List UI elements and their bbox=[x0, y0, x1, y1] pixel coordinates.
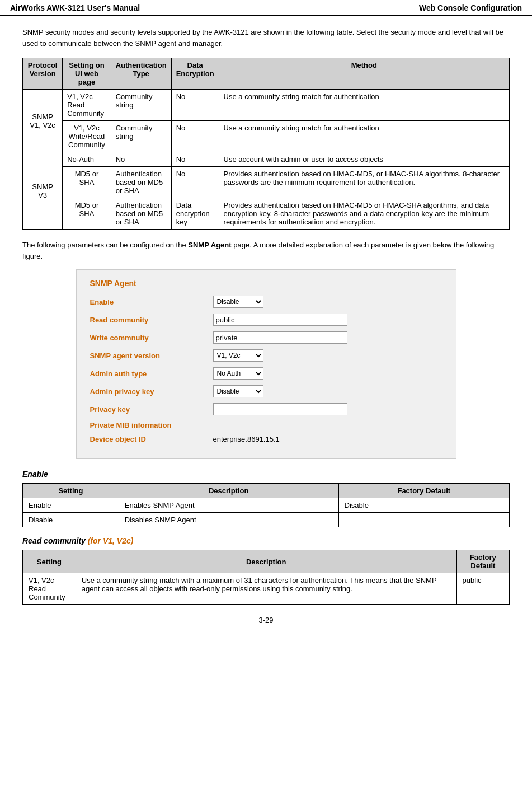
snmp-agent-row: SNMP agent versionV1, V2cV3V1, V2c, V3 bbox=[90, 349, 442, 362]
rc-col-setting: Setting bbox=[23, 550, 76, 573]
rc-description: Use a community string match with a maxi… bbox=[76, 573, 456, 605]
snmp-row-label: Write commnuity bbox=[90, 334, 213, 342]
snmp-agent-panel: SNMP Agent EnableDisableEnableRead commu… bbox=[76, 269, 456, 458]
snmp-row-control[interactable]: DisableEnable bbox=[213, 385, 263, 397]
enable-col-default: Factory Default bbox=[338, 484, 509, 498]
snmp-row-label: Privacy key bbox=[90, 405, 213, 414]
snmp-row-label: Enable bbox=[90, 298, 213, 306]
main-content: SNMP security modes and security levels … bbox=[0, 21, 532, 635]
table-row: MD5 or SHA Authenticationbased on MD5or … bbox=[23, 167, 510, 198]
snmp-row-label: Admin auth type bbox=[90, 369, 213, 378]
enable-description: Enables SNMP Agent bbox=[119, 498, 338, 513]
snmp-row-label: Private MIB information bbox=[90, 421, 213, 429]
snmp-select-snmp-agent-version[interactable]: V1, V2cV3V1, V2c, V3 bbox=[213, 349, 263, 362]
snmp-row-control[interactable] bbox=[213, 403, 347, 415]
enable-default: Disable bbox=[338, 498, 509, 513]
page-number: 3-29 bbox=[22, 616, 510, 624]
device-object-value: enterprise.8691.15.1 bbox=[213, 435, 280, 443]
page-header: AirWorks AWK-3121 User's Manual Web Cons… bbox=[0, 0, 532, 16]
snmp-row-control[interactable] bbox=[213, 314, 347, 326]
col-auth: AuthenticationType bbox=[111, 58, 171, 90]
enable-table: Setting Description Factory Default Enab… bbox=[22, 483, 510, 527]
enable-description: Disables SNMP Agent bbox=[119, 513, 338, 527]
snmp-input-read-community[interactable] bbox=[213, 314, 347, 326]
snmp-agent-row: Read community bbox=[90, 314, 442, 326]
following-text1: The following parameters can be configur… bbox=[22, 241, 188, 249]
enable-default bbox=[338, 513, 509, 527]
snmp-agent-row: Admin auth typeNo AuthMD5SHA bbox=[90, 367, 442, 380]
snmp-agent-row: Admin privacy keyDisableEnable bbox=[90, 385, 442, 397]
table-row: Disable Disables SNMP Agent bbox=[23, 513, 510, 527]
rc-col-desc: Description bbox=[76, 550, 456, 573]
table-row: SNMPV1, V2c V1, V2cReadCommunity Communi… bbox=[23, 90, 510, 121]
following-paragraph: The following parameters can be configur… bbox=[22, 240, 510, 261]
snmp-input-write-commnuity[interactable] bbox=[213, 331, 347, 344]
read-community-label: Read community bbox=[22, 536, 86, 545]
header-right: Web Console Configuration bbox=[419, 3, 522, 12]
snmp-row-control[interactable]: DisableEnable bbox=[213, 296, 263, 308]
snmp-select-admin-auth-type[interactable]: No AuthMD5SHA bbox=[213, 367, 263, 380]
enable-col-desc: Description bbox=[119, 484, 338, 498]
snmp-agent-row: Device object IDenterprise.8691.15.1 bbox=[90, 435, 442, 443]
table-row: SNMP V3 No-Auth No No Use account with a… bbox=[23, 152, 510, 167]
snmp-row-control[interactable]: V1, V2cV3V1, V2c, V3 bbox=[213, 349, 263, 362]
col-protocol: ProtocolVersion bbox=[23, 58, 63, 90]
snmp-row-label: Read community bbox=[90, 316, 213, 324]
col-encryption: DataEncryption bbox=[171, 58, 219, 90]
snmp-agent-row: Write commnuity bbox=[90, 331, 442, 344]
rc-setting: V1, V2c ReadCommunity bbox=[23, 573, 76, 605]
snmp-select-enable[interactable]: DisableEnable bbox=[213, 296, 263, 308]
rc-default: public bbox=[456, 573, 509, 605]
snmp-agent-bold: SNMP Agent bbox=[188, 241, 231, 249]
table-row: V1, V2c ReadCommunity Use a community st… bbox=[23, 573, 510, 605]
snmp-agent-row: Private MIB information bbox=[90, 421, 442, 429]
enable-col-setting: Setting bbox=[23, 484, 119, 498]
col-setting: Setting onUI web page bbox=[63, 58, 111, 90]
snmp-security-table: ProtocolVersion Setting onUI web page Au… bbox=[22, 58, 510, 230]
read-community-title: Read community (for V1, V2c) bbox=[22, 536, 510, 545]
enable-setting: Disable bbox=[23, 513, 119, 527]
snmp-row-label: Admin privacy key bbox=[90, 387, 213, 396]
rc-col-default: Factory Default bbox=[456, 550, 509, 573]
snmp-agent-row: Privacy key bbox=[90, 403, 442, 415]
snmp-input-privacy-key[interactable] bbox=[213, 403, 347, 415]
read-community-suffix: (for V1, V2c) bbox=[86, 536, 134, 545]
enable-section-title: Enable bbox=[22, 470, 510, 479]
header-left: AirWorks AWK-3121 User's Manual bbox=[10, 3, 140, 12]
table-row: V1, V2cWrite/ReadCommunity Communitystri… bbox=[23, 121, 510, 152]
table-row: Enable Enables SNMP Agent Disable bbox=[23, 498, 510, 513]
snmp-row-label: Device object ID bbox=[90, 435, 213, 443]
snmp-row-control[interactable] bbox=[213, 331, 347, 344]
table-row: MD5 or SHA Authenticationbased on MD5or … bbox=[23, 198, 510, 230]
snmp-panel-title: SNMP Agent bbox=[90, 279, 442, 288]
snmp-row-label: SNMP agent version bbox=[90, 352, 213, 360]
snmp-row-control: enterprise.8691.15.1 bbox=[213, 435, 280, 443]
snmp-row-control[interactable]: No AuthMD5SHA bbox=[213, 367, 263, 380]
read-community-table: Setting Description Factory Default V1, … bbox=[22, 550, 510, 605]
col-method: Method bbox=[219, 58, 509, 90]
intro-paragraph: SNMP security modes and security levels … bbox=[22, 27, 510, 49]
enable-setting: Enable bbox=[23, 498, 119, 513]
snmp-select-admin-privacy-key[interactable]: DisableEnable bbox=[213, 385, 263, 397]
snmp-agent-row: EnableDisableEnable bbox=[90, 296, 442, 308]
